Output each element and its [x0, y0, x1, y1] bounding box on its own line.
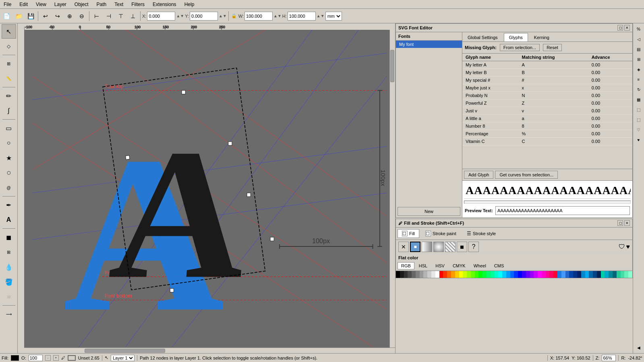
fill-opt-pattern[interactable]	[445, 242, 456, 252]
color-swatch[interactable]	[396, 271, 400, 278]
zoom-out-btn[interactable]: ⊖	[76, 10, 87, 22]
glyph-row[interactable]: Probably N N 0.00	[462, 92, 632, 99]
glyph-row[interactable]: Just v v 0.00	[462, 107, 632, 115]
right-tool-export[interactable]: ⬚	[634, 105, 644, 114]
color-swatch[interactable]	[601, 271, 605, 278]
lock-icon[interactable]: 🔒	[230, 13, 238, 19]
fs-tab-stroke-style[interactable]: ☰ Stroke style	[462, 229, 500, 238]
color-swatch[interactable]	[420, 271, 424, 278]
right-tool-symbols[interactable]: ◈	[634, 64, 644, 74]
tool-3dbox[interactable]: ⬡	[2, 165, 16, 180]
menu-view[interactable]: View	[34, 1, 48, 8]
color-swatch[interactable]	[478, 271, 482, 278]
color-swatch[interactable]	[522, 271, 526, 278]
canvas-area[interactable]: -100 -50 0 50 100 150 200 250	[18, 23, 395, 353]
open-btn[interactable]: 📁	[13, 10, 24, 22]
tool-calligraphy[interactable]: ∫	[2, 103, 16, 118]
color-swatch[interactable]	[427, 271, 431, 278]
fs-tab-fill[interactable]: ☐ Fill	[398, 229, 419, 238]
w-input[interactable]	[244, 12, 273, 21]
color-swatch[interactable]	[467, 271, 471, 278]
glyph-row[interactable]: My special # # 0.00	[462, 77, 632, 84]
x-input[interactable]	[147, 12, 175, 21]
tool-rectangle[interactable]: ▭	[2, 121, 16, 135]
menu-path[interactable]: Path	[95, 1, 109, 8]
preview-text-input[interactable]	[495, 206, 630, 215]
menu-extensions[interactable]: Extensions	[151, 1, 178, 8]
color-swatch[interactable]	[553, 271, 557, 278]
right-tool-transform[interactable]: ↻	[634, 85, 644, 94]
color-swatch[interactable]	[609, 271, 613, 278]
fill-opt-none[interactable]: ✕	[398, 242, 409, 252]
fill-opt-unset[interactable]: ?	[468, 242, 479, 252]
color-tab-wheel[interactable]: Wheel	[470, 262, 490, 269]
color-swatch[interactable]	[561, 271, 565, 278]
tool-pen[interactable]: ✒	[2, 198, 16, 212]
color-swatch[interactable]	[475, 271, 479, 278]
color-swatch[interactable]	[498, 271, 502, 278]
color-tab-cms[interactable]: CMS	[491, 262, 507, 269]
color-swatch[interactable]	[423, 271, 427, 278]
color-swatch[interactable]	[451, 271, 455, 278]
right-tool-xml[interactable]: ◁	[634, 34, 644, 44]
color-swatch[interactable]	[546, 271, 550, 278]
color-swatch[interactable]	[569, 271, 573, 278]
fill-opt-linear[interactable]	[422, 242, 432, 252]
color-swatch[interactable]	[447, 271, 451, 278]
right-tool-swatches[interactable]: ▦	[634, 95, 644, 104]
color-swatch[interactable]	[518, 271, 522, 278]
tool-spray[interactable]: ∷	[2, 290, 16, 304]
color-swatch[interactable]	[613, 271, 617, 278]
h-input[interactable]	[288, 12, 316, 21]
redo-btn[interactable]: ↪	[52, 10, 63, 22]
color-swatch[interactable]	[565, 271, 569, 278]
tool-text[interactable]: A	[2, 213, 16, 227]
color-swatch[interactable]	[443, 271, 447, 278]
fill-color-swatch[interactable]	[11, 355, 19, 361]
align-left-btn[interactable]: ⊢	[91, 10, 102, 22]
get-curves-btn[interactable]: Get curves from selection...	[495, 171, 558, 179]
undo-btn[interactable]: ↩	[40, 10, 51, 22]
color-swatch[interactable]	[416, 271, 420, 278]
color-tab-hsl[interactable]: HSL	[415, 262, 431, 269]
tab-kerning[interactable]: Kerning	[529, 33, 555, 41]
tool-pencil[interactable]: ✏	[2, 89, 16, 103]
color-swatch[interactable]	[482, 271, 487, 278]
tab-glyphs[interactable]: Glyphs	[504, 33, 528, 41]
color-swatch[interactable]	[408, 271, 412, 278]
right-tool-paste-path[interactable]: ⬚	[634, 115, 644, 124]
color-swatch[interactable]	[412, 271, 416, 278]
color-swatch[interactable]	[431, 271, 435, 278]
y-input[interactable]	[190, 12, 218, 21]
menu-edit[interactable]: Edit	[17, 1, 30, 8]
glyph-row[interactable]: Number 8 8 0.00	[462, 122, 632, 130]
color-tab-rgb[interactable]: RGB	[398, 262, 414, 269]
tool-mesh[interactable]: ⊞	[2, 245, 16, 259]
tool-measure[interactable]: 📏	[2, 71, 16, 86]
color-swatch[interactable]	[471, 271, 475, 278]
color-swatch[interactable]	[463, 271, 467, 278]
menu-help[interactable]: Help	[182, 1, 197, 8]
color-swatch[interactable]	[549, 271, 553, 278]
svg-font-editor-close[interactable]: ✕	[624, 25, 630, 31]
y-increment[interactable]: ▲▼	[219, 14, 227, 18]
tool-paint-bucket[interactable]: 🪣	[2, 275, 16, 289]
unit-select[interactable]: mmpxcmin	[325, 12, 342, 21]
add-glyph-btn[interactable]: Add Glyph	[464, 171, 493, 179]
right-tool-unknown1[interactable]: ♡	[634, 125, 644, 134]
color-swatch[interactable]	[439, 271, 443, 278]
color-swatch[interactable]	[597, 271, 601, 278]
new-file-btn[interactable]: 📄	[1, 10, 12, 22]
right-tool-expand[interactable]: ◀	[634, 343, 644, 352]
layer-select[interactable]: Layer 1	[111, 355, 135, 361]
fill-stroke-close[interactable]: ✕	[624, 220, 630, 226]
from-selection-btn[interactable]: From selection...	[500, 44, 540, 51]
tool-ellipse[interactable]: ○	[2, 136, 16, 150]
x-increment[interactable]: ▲▼	[176, 14, 184, 18]
tool-spiral[interactable]: @	[2, 180, 16, 195]
color-swatch[interactable]	[404, 271, 408, 278]
zoom-input[interactable]	[602, 355, 616, 361]
glyph-row[interactable]: My letter A A 0.00	[462, 61, 632, 69]
color-tab-cmyk[interactable]: CMYK	[449, 262, 469, 269]
tool-star[interactable]: ★	[2, 151, 16, 165]
